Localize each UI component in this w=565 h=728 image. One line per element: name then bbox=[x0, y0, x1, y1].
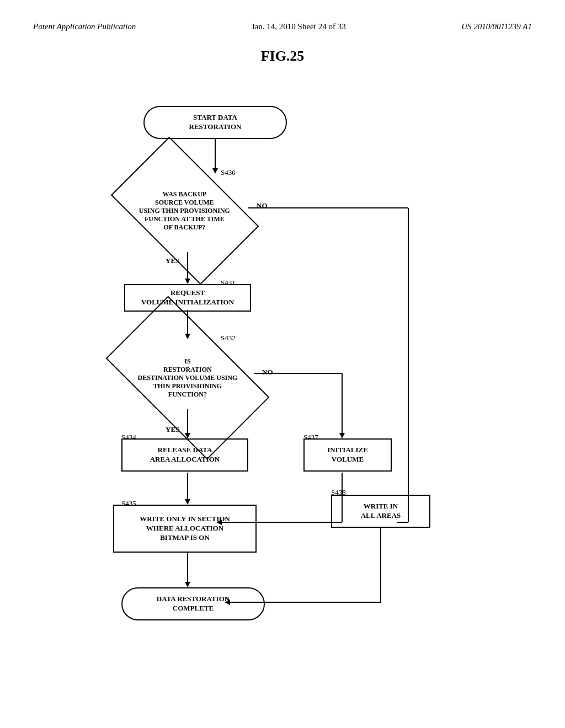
s432-step-label: S432 bbox=[221, 334, 236, 342]
no1-label: NO bbox=[257, 201, 268, 210]
no2-label: NO bbox=[262, 368, 273, 377]
header-date-sheet: Jan. 14, 2010 Sheet 24 of 33 bbox=[252, 22, 346, 31]
svg-marker-12 bbox=[339, 433, 345, 438]
s434-text: RELEASE DATA AREA ALLOCATION bbox=[150, 446, 220, 464]
s437-box: INITIALIZE VOLUME bbox=[303, 438, 392, 472]
svg-marker-1 bbox=[212, 168, 218, 174]
s430-diamond: WAS BACKUP SOURCE VOLUME USING THIN PROV… bbox=[111, 137, 259, 285]
s435-box: WRITE ONLY IN SECTION WHERE ALLOCATION B… bbox=[113, 505, 257, 553]
s437-text: INITIALIZE VOLUME bbox=[327, 446, 368, 464]
s430-label: S430 bbox=[221, 168, 236, 177]
s435-text: WRITE ONLY IN SECTION WHERE ALLOCATION B… bbox=[140, 515, 230, 543]
connector-lines bbox=[33, 81, 532, 688]
s438-text: WRITE IN ALL AREAS bbox=[361, 502, 401, 521]
yes1-label: YES bbox=[166, 256, 179, 265]
s430-text: WAS BACKUP SOURCE VOLUME USING THIN PROV… bbox=[139, 190, 230, 232]
figure-title: FIG.25 bbox=[33, 48, 532, 65]
s438-box: WRITE IN ALL AREAS bbox=[331, 495, 430, 528]
header-publication: Patent Application Publication bbox=[33, 22, 136, 31]
header: Patent Application Publication Jan. 14, … bbox=[33, 22, 532, 31]
s431-box: REQUEST VOLUME INITIALIZATION bbox=[124, 284, 251, 312]
end-node: DATA RESTORATION COMPLETE bbox=[121, 587, 265, 620]
start-node: START DATA RESTORATION bbox=[143, 106, 287, 139]
flowchart: START DATA RESTORATION S430 WAS BACKUP S… bbox=[33, 81, 532, 688]
s431-text: REQUEST VOLUME INITIALIZATION bbox=[141, 288, 234, 307]
start-label: START DATA RESTORATION bbox=[189, 113, 242, 132]
page: Patent Application Publication Jan. 14, … bbox=[0, 0, 565, 728]
svg-marker-21 bbox=[185, 582, 190, 587]
svg-marker-14 bbox=[185, 499, 190, 505]
end-label: DATA RESTORATION COMPLETE bbox=[157, 595, 230, 613]
s432-text: IS RESTORATION DESTINATION VOLUME USING … bbox=[138, 357, 238, 399]
svg-marker-3 bbox=[185, 279, 190, 284]
yes2-label: YES bbox=[166, 425, 179, 434]
s434-box: RELEASE DATA AREA ALLOCATION bbox=[121, 438, 248, 472]
header-patent-number: US 2010/0011239 A1 bbox=[461, 22, 532, 31]
